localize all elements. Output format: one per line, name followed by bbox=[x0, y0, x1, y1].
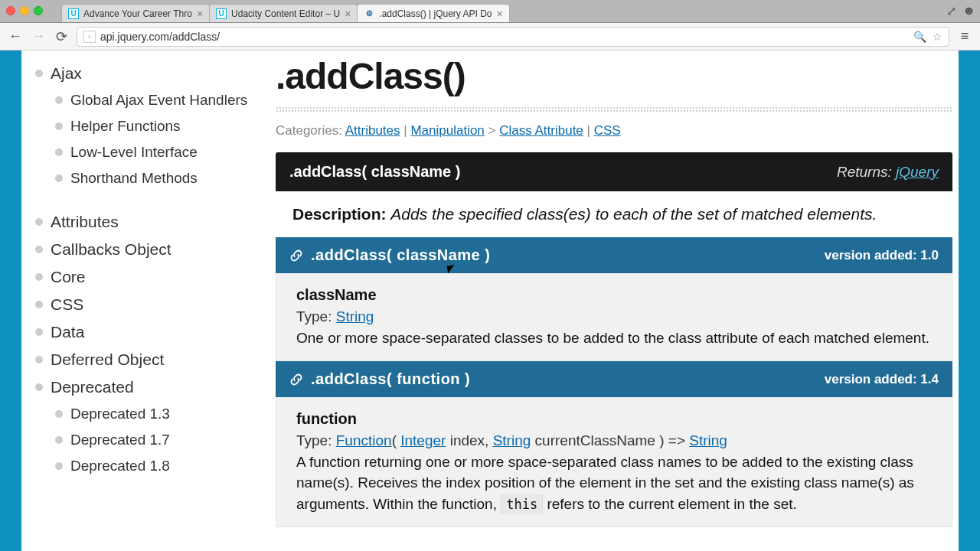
omnibox-actions: 🔍 ☆ bbox=[913, 31, 942, 43]
sidebar-subitem[interactable]: Global Ajax Event Handlers bbox=[35, 87, 266, 113]
returns-link[interactable]: jQuery bbox=[896, 164, 939, 180]
param-description: A function returning one or more space-s… bbox=[296, 452, 932, 515]
link-icon[interactable] bbox=[289, 373, 303, 386]
type-link[interactable]: String bbox=[689, 432, 727, 448]
main-article: .addClass() Categories: Attributes | Man… bbox=[274, 51, 959, 551]
method-entry: .addClass( className ) Returns: jQuery D… bbox=[276, 152, 952, 527]
sidebar-label: Data bbox=[51, 323, 84, 341]
link-icon[interactable] bbox=[289, 249, 303, 262]
bullet-icon bbox=[55, 462, 63, 470]
description-text: Adds the specified class(es) to each of … bbox=[390, 205, 877, 223]
bookmark-icon[interactable]: ☆ bbox=[933, 31, 942, 43]
bullet-icon bbox=[35, 301, 43, 308]
window-zoom-icon[interactable] bbox=[34, 6, 43, 15]
bullet-icon bbox=[35, 328, 43, 336]
page-info-icon[interactable]: ▫ bbox=[83, 31, 96, 43]
sidebar-subitem[interactable]: Helper Functions bbox=[35, 113, 266, 139]
separator: | bbox=[587, 123, 594, 138]
description-label: Description: bbox=[292, 205, 387, 223]
sidebar-subitem[interactable]: Deprecated 1.7 bbox=[35, 427, 266, 453]
browser-tab[interactable]: U Udacity Content Editor – U × bbox=[209, 4, 358, 22]
category-link[interactable]: Attributes bbox=[345, 123, 400, 138]
sidebar-label: Attributes bbox=[51, 213, 119, 231]
param-name: function bbox=[296, 408, 932, 430]
back-button[interactable]: ← bbox=[8, 29, 23, 44]
type-link[interactable]: String bbox=[336, 308, 374, 324]
sidebar-label: Deprecated bbox=[51, 378, 134, 396]
sidebar-label: Callbacks Object bbox=[51, 240, 172, 259]
tab-title: .addClass() | jQuery API Do bbox=[379, 8, 492, 19]
bullet-icon bbox=[35, 356, 43, 364]
sidebar-subitem[interactable]: Deprecated 1.8 bbox=[35, 453, 266, 479]
tab-close-icon[interactable]: × bbox=[197, 8, 203, 20]
signature-header: .addClass( className ) version added: 1.… bbox=[276, 237, 952, 273]
reload-button[interactable]: ⟳ bbox=[54, 29, 69, 44]
param-type: Type: Function( Integer index, String cu… bbox=[296, 430, 932, 452]
bullet-icon bbox=[55, 148, 63, 156]
type-link[interactable]: Function bbox=[336, 432, 392, 448]
sidebar-label: Deferred Object bbox=[51, 350, 164, 369]
bullet-icon bbox=[55, 174, 63, 182]
menu-button[interactable]: ≡ bbox=[957, 29, 972, 44]
forward-button[interactable]: → bbox=[31, 29, 46, 44]
divider bbox=[276, 106, 952, 112]
bullet-icon bbox=[55, 122, 63, 130]
sidebar-label: CSS bbox=[51, 295, 83, 314]
separator: > bbox=[488, 123, 500, 138]
window-close-icon[interactable] bbox=[6, 6, 15, 15]
param-block: function Type: Function( Integer index, … bbox=[276, 397, 952, 527]
sidebar-subitem[interactable]: Shorthand Methods bbox=[35, 165, 266, 191]
sidebar-item-deprecated[interactable]: Deprecated bbox=[35, 373, 266, 401]
sidebar-label: Helper Functions bbox=[70, 118, 181, 135]
browser-tab[interactable]: U Advance Your Career Thro × bbox=[61, 4, 210, 22]
sidebar-label: Ajax bbox=[51, 64, 82, 83]
sidebar-label: Low-Level Interface bbox=[70, 144, 198, 161]
bullet-icon bbox=[35, 383, 43, 391]
type-link[interactable]: String bbox=[493, 432, 531, 448]
sidebar-item-core[interactable]: Core bbox=[35, 263, 266, 291]
sidebar-item-ajax[interactable]: Ajax bbox=[35, 60, 266, 87]
bullet-icon bbox=[55, 436, 63, 444]
sidebar-item-data[interactable]: Data bbox=[35, 318, 266, 346]
fullscreen-icon[interactable]: ⤢ bbox=[946, 4, 956, 18]
tab-close-icon[interactable]: × bbox=[345, 8, 351, 20]
sidebar-item-callbacks[interactable]: Callbacks Object bbox=[35, 236, 266, 263]
favicon-icon: U bbox=[216, 8, 227, 19]
tab-title: Udacity Content Editor – U bbox=[231, 8, 340, 19]
category-link[interactable]: Manipulation bbox=[410, 123, 484, 138]
param-description: One or more space-separated classes to b… bbox=[296, 328, 932, 349]
address-bar[interactable]: ▫ api.jquery.com/addClass/ 🔍 ☆ bbox=[77, 27, 949, 47]
incognito-icon[interactable]: ☻ bbox=[962, 4, 975, 18]
variant-signature: .addClass( function ) bbox=[311, 370, 470, 388]
sidebar-label: Deprecated 1.8 bbox=[70, 458, 170, 474]
tab-close-icon[interactable]: × bbox=[497, 8, 503, 20]
bullet-icon bbox=[35, 246, 43, 253]
method-header: .addClass( className ) Returns: jQuery bbox=[276, 152, 952, 191]
zoom-icon[interactable]: 🔍 bbox=[913, 31, 926, 43]
favicon-icon: ⚙ bbox=[364, 8, 374, 19]
param-block: className Type: String One or more space… bbox=[276, 273, 952, 361]
window-minimize-icon[interactable] bbox=[20, 6, 29, 15]
category-link[interactable]: Class Attribute bbox=[499, 123, 583, 138]
category-link[interactable]: CSS bbox=[594, 123, 621, 138]
sidebar-label: Core bbox=[51, 268, 86, 286]
sidebar-item-deferred[interactable]: Deferred Object bbox=[35, 346, 266, 373]
sidebar-item-attributes[interactable]: Attributes bbox=[35, 208, 266, 236]
sidebar-label: Global Ajax Event Handlers bbox=[70, 92, 247, 109]
sidebar-label: Shorthand Methods bbox=[70, 170, 198, 187]
type-link[interactable]: Integer bbox=[400, 432, 446, 448]
sidebar-subitem[interactable]: Low-Level Interface bbox=[35, 139, 266, 165]
bullet-icon bbox=[35, 218, 43, 226]
breadcrumb-categories: Categories: Attributes | Manipulation > … bbox=[276, 123, 952, 139]
version-added: version added: 1.0 bbox=[825, 248, 939, 263]
version-added: version added: 1.4 bbox=[825, 372, 939, 387]
sidebar-label: Deprecated 1.3 bbox=[70, 406, 170, 422]
sidebar-subitem[interactable]: Deprecated 1.3 bbox=[35, 401, 266, 427]
code-this: this bbox=[501, 494, 543, 514]
browser-toolbar: ← → ⟳ ▫ api.jquery.com/addClass/ 🔍 ☆ ≡ bbox=[0, 23, 980, 51]
traffic-lights bbox=[6, 6, 43, 15]
page-frame-left bbox=[0, 51, 21, 551]
browser-tab-active[interactable]: ⚙ .addClass() | jQuery API Do × bbox=[357, 4, 509, 22]
sidebar-item-css[interactable]: CSS bbox=[35, 291, 266, 318]
signature-header: .addClass( function ) version added: 1.4 bbox=[276, 361, 952, 397]
